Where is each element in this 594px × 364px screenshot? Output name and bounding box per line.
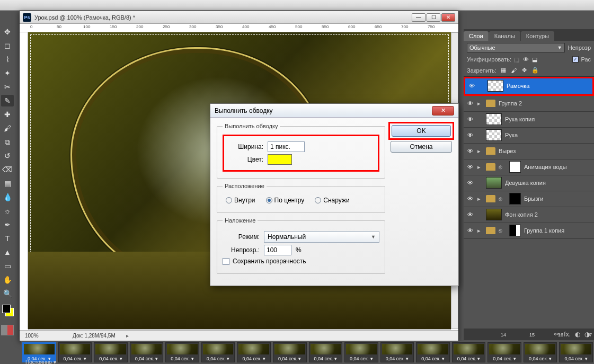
layer-name[interactable]: Группа 2 bbox=[499, 100, 592, 106]
layer-thumb[interactable] bbox=[487, 80, 503, 92]
layer-thumb[interactable] bbox=[486, 177, 502, 189]
minimize-button[interactable]: — bbox=[412, 13, 425, 22]
frame-duration[interactable]: 0,04 сек. ▾ bbox=[416, 356, 449, 362]
propagate-checkbox[interactable]: ✓Рас bbox=[572, 56, 591, 63]
layer-row[interactable]: 👁 ▸ ⎋ Группа 1 копия bbox=[464, 223, 594, 239]
mask-thumb[interactable] bbox=[509, 225, 521, 236]
eraser-tool[interactable]: ⌫ bbox=[1, 164, 14, 175]
blur-tool[interactable]: 💧 bbox=[1, 191, 14, 203]
wand-tool[interactable]: ✦ bbox=[1, 67, 14, 79]
frame-duration[interactable]: 0,04 сек. ▾ bbox=[309, 356, 342, 362]
frame-duration[interactable]: 0,04 сек. ▾ bbox=[130, 356, 163, 362]
document-titlebar[interactable]: Ps Урок.psd @ 100% (Рамочка, RGB/8) * — … bbox=[20, 11, 458, 24]
frame-duration[interactable]: 0,04 сек. ▾ bbox=[59, 356, 92, 362]
layer-row[interactable]: 👁 ▸ ⎋ Брызги bbox=[464, 191, 594, 207]
blend-mode-select[interactable]: Нормальный ▼ bbox=[264, 231, 379, 243]
tab-channels[interactable]: Каналы bbox=[489, 31, 520, 41]
expander-icon[interactable]: ▸ bbox=[477, 148, 483, 155]
frame[interactable]: 0,04 сек. ▾ bbox=[416, 342, 450, 362]
stroke-color-swatch[interactable] bbox=[268, 154, 292, 165]
layer-row[interactable]: 👁 Рука копия bbox=[464, 112, 594, 128]
frame-duration[interactable]: 0,04 сек. ▾ bbox=[453, 356, 485, 362]
shape-tool[interactable]: ▭ bbox=[1, 260, 14, 272]
frame[interactable]: 0,04 сек. ▾ bbox=[58, 342, 92, 362]
radio-inside[interactable]: Внутри bbox=[226, 197, 255, 204]
blend-mode-dropdown[interactable]: Обычные ▼ bbox=[467, 43, 565, 52]
layer-row[interactable]: 👁 ▸ Группа 2 bbox=[464, 96, 594, 112]
layer-row[interactable]: 👁 Рука bbox=[464, 128, 594, 144]
lock-transparency-icon[interactable]: ▦ bbox=[500, 67, 507, 74]
frame-duration[interactable]: 0,04 сек. ▾ bbox=[488, 356, 521, 362]
heal-tool[interactable]: ✚ bbox=[1, 109, 14, 120]
eye-icon[interactable]: 👁 bbox=[466, 115, 474, 123]
layer-name[interactable]: Рамочка bbox=[507, 83, 590, 89]
layer-thumb[interactable] bbox=[486, 209, 502, 220]
dialog-titlebar[interactable]: Выполнить обводку ✕ bbox=[210, 104, 458, 118]
eye-icon[interactable]: 👁 bbox=[466, 163, 474, 171]
tab-layers[interactable]: Слои bbox=[464, 31, 489, 41]
eye-icon[interactable]: 👁 bbox=[466, 179, 474, 187]
lock-move-icon[interactable]: ✥ bbox=[521, 67, 528, 74]
pen-tool[interactable]: ✒ bbox=[1, 219, 14, 230]
frame[interactable]: 0,04 сек. ▾ bbox=[524, 342, 557, 362]
eyedropper-tool[interactable]: ✎ bbox=[1, 95, 14, 106]
eye-icon[interactable]: 👁 bbox=[466, 99, 474, 108]
maximize-button[interactable]: ☐ bbox=[427, 13, 440, 22]
expander-icon[interactable]: ▸ bbox=[477, 227, 483, 234]
preserve-transparency-checkbox[interactable]: Сохранить прозрачность bbox=[223, 258, 306, 265]
zoom-tool[interactable]: 🔍 bbox=[1, 288, 14, 299]
layer-name[interactable]: Девушка копия bbox=[505, 180, 592, 186]
frame-duration[interactable]: 0,04 сек. ▾ bbox=[381, 356, 414, 362]
frame-duration[interactable]: 0,04 сек. ▾ bbox=[273, 356, 306, 362]
dialog-close-button[interactable]: ✕ bbox=[432, 106, 454, 116]
frame[interactable]: 0,04 сек. ▾ bbox=[165, 342, 199, 362]
eye-icon[interactable]: 👁 bbox=[466, 194, 474, 203]
frame[interactable]: 0,04 сек. ▾ bbox=[201, 342, 235, 362]
tab-paths[interactable]: Контуры bbox=[521, 31, 554, 41]
layer-thumb[interactable] bbox=[486, 113, 502, 125]
frame[interactable]: 0,04 сек. ▾ bbox=[94, 342, 128, 362]
frame[interactable]: 0,04 сек. ▾ bbox=[309, 342, 343, 362]
layer-row[interactable]: 👁 Фон копия 2 bbox=[464, 207, 594, 223]
expander-icon[interactable]: ▸ bbox=[477, 100, 483, 107]
foreground-swatch[interactable] bbox=[2, 305, 11, 313]
frame[interactable]: 0,04 сек. ▾ bbox=[380, 342, 414, 362]
radio-center[interactable]: По центру bbox=[266, 197, 305, 204]
frame[interactable]: 0,04 сек. ▾ bbox=[237, 342, 271, 362]
eye-icon[interactable]: 👁 bbox=[466, 226, 474, 235]
eye-icon[interactable]: 👁 bbox=[466, 131, 474, 139]
layer-row[interactable]: 👁 ▸ Вырез bbox=[464, 144, 594, 159]
mask-thumb[interactable] bbox=[509, 193, 521, 205]
stroke-width-input[interactable] bbox=[268, 141, 305, 152]
unify-pos-icon[interactable]: ⬚ bbox=[513, 56, 520, 64]
layer-row[interactable]: 👁 ▸ ⎋ Анимация воды bbox=[464, 159, 594, 175]
expander-icon[interactable]: ▸ bbox=[477, 164, 483, 171]
layer-name[interactable]: Фон копия 2 bbox=[505, 211, 592, 218]
animation-timeline[interactable]: 0,04 сек. ▾0,04 сек. ▾0,04 сек. ▾0,04 се… bbox=[21, 341, 594, 364]
close-button[interactable]: ✕ bbox=[441, 13, 455, 22]
layer-row[interactable]: 👁 Рамочка bbox=[465, 78, 592, 94]
mask-thumb[interactable] bbox=[509, 161, 521, 173]
eye-icon[interactable]: 👁 bbox=[467, 82, 476, 90]
cancel-button[interactable]: Отмена bbox=[391, 141, 452, 153]
frame-duration[interactable]: 0,04 сек. ▾ bbox=[202, 356, 235, 362]
dodge-tool[interactable]: ☼ bbox=[1, 205, 14, 217]
layer-thumb[interactable] bbox=[486, 129, 502, 141]
layer-name[interactable]: Брызги bbox=[524, 196, 592, 202]
frame[interactable]: 0,04 сек. ▾ bbox=[273, 342, 307, 362]
brush-tool[interactable]: 🖌 bbox=[1, 122, 14, 134]
frame-duration[interactable]: 0,04 сек. ▾ bbox=[166, 356, 199, 362]
layer-row[interactable]: 👁 Девушка копия bbox=[464, 175, 594, 191]
ok-button[interactable]: OK bbox=[392, 125, 451, 137]
layer-name[interactable]: Рука копия bbox=[505, 116, 592, 122]
stamp-tool[interactable]: ⧉ bbox=[1, 136, 14, 148]
frame-duration[interactable]: 0,04 сек. ▾ bbox=[560, 356, 592, 362]
eye-icon[interactable]: 👁 bbox=[466, 210, 474, 219]
layer-name[interactable]: Анимация воды bbox=[524, 164, 592, 170]
hand-tool[interactable]: ✋ bbox=[1, 274, 14, 286]
history-brush-tool[interactable]: ↺ bbox=[1, 150, 14, 162]
radio-outside[interactable]: Снаружи bbox=[315, 197, 349, 204]
frame[interactable]: 0,04 сек. ▾ bbox=[559, 342, 593, 362]
frame[interactable]: 0,04 сек. ▾ bbox=[487, 342, 521, 362]
lasso-tool[interactable]: ⌇ bbox=[1, 54, 14, 65]
